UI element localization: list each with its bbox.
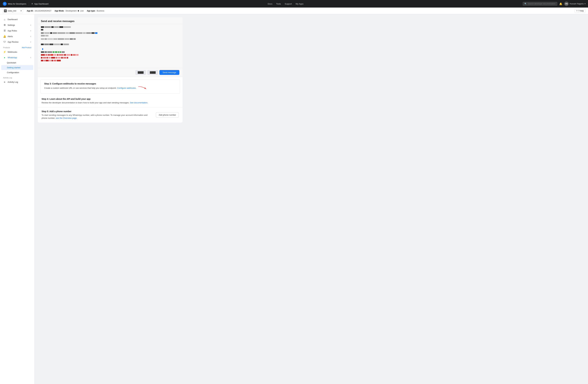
- quickstart-label: Quickstart: [7, 61, 16, 64]
- step-5-title: Step 5: Add a phone number: [42, 110, 153, 113]
- send-message-button[interactable]: Send message: [159, 70, 179, 75]
- btn-secondary-1[interactable]: ████: [135, 70, 146, 75]
- send-message-label: Send message: [163, 71, 176, 74]
- sidebar-item-settings[interactable]: ⚙ Settings ∨: [0, 22, 34, 28]
- step-3-title: Step 3: Configure webhooks to receive me…: [44, 82, 176, 85]
- step-3-desc: Create a custom webhook URL or use servi…: [44, 86, 176, 91]
- btn-secondary-2[interactable]: ████: [147, 70, 158, 75]
- hamburger-menu[interactable]: ≡ App Dashboard: [31, 2, 48, 5]
- activity-log-icon: ≡: [3, 81, 6, 83]
- app-meta: App ID: 1611524002634427 App Mode: Devel…: [27, 10, 104, 12]
- app-mode-field: App Mode: Development Live: [55, 10, 84, 12]
- app-selector[interactable]: W waba_test ▾: [2, 9, 23, 13]
- sidebar-item-whatsapp[interactable]: ● WhatsApp ∧: [0, 55, 34, 60]
- app-type-label: App type:: [87, 10, 96, 12]
- btn-secondary-2-label: ████: [150, 71, 156, 74]
- app-icon: W: [4, 9, 7, 12]
- app-selector-chevron-icon: ▾: [21, 10, 21, 12]
- sidebar-sub-getting-started[interactable]: Getting started: [1, 65, 33, 70]
- alerts-chevron-icon: ∨: [30, 35, 31, 38]
- meta-logo-icon: ∞: [2, 1, 7, 6]
- hamburger-icon: ≡: [31, 2, 33, 5]
- activity-log-section-label: Activity Log: [0, 75, 34, 79]
- nav-support[interactable]: Support: [285, 2, 292, 6]
- sidebar-whatsapp-label: WhatsApp: [8, 56, 28, 59]
- see-documentation-link[interactable]: See documentation.: [130, 101, 148, 104]
- step-3-desc-text: Create a custom webhook URL or use servi…: [44, 87, 117, 89]
- sidebar-activity-log-label: Activity Log: [8, 81, 31, 83]
- app-dashboard-label: App Dashboard: [34, 3, 48, 5]
- main-layout: ⌂ Dashboard ⚙ Settings ∨ ☰ App Roles ∨ 🔔…: [0, 14, 588, 384]
- main-content: Send and receive messages: [35, 14, 588, 384]
- app-id-value: 1611524002634427: [35, 10, 51, 12]
- content-card: Send and receive messages: [38, 17, 183, 122]
- overview-page-link[interactable]: see the Overview page.: [56, 117, 77, 119]
- configure-webhooks-link[interactable]: Configure webhooks.: [117, 87, 136, 89]
- mode-dot: [78, 10, 79, 12]
- app-mode-value: Development: [65, 10, 77, 12]
- nav-tools[interactable]: Tools: [276, 2, 281, 6]
- steps-section: Step 3: Configure webhooks to receive me…: [38, 80, 183, 122]
- arrow-annotation-icon: [138, 86, 147, 91]
- whatsapp-chevron-icon: ∧: [30, 57, 31, 59]
- step-5-desc: To start sending messages to any WhatsAp…: [42, 114, 153, 120]
- sidebar-item-webhooks[interactable]: ⚡ Webhooks: [0, 49, 34, 55]
- sub-header: W waba_test ▾ App ID: 1611524002634427 A…: [0, 8, 588, 14]
- help-button[interactable]: ? ? Help: [575, 9, 586, 13]
- avatar: HN: [564, 1, 569, 6]
- sidebar-item-app-review[interactable]: 🛡 App Review ∨: [0, 39, 34, 45]
- sidebar-item-app-roles[interactable]: ☰ App Roles ∨: [0, 28, 34, 34]
- getting-started-label: Getting started: [7, 66, 20, 69]
- sidebar-webhooks-label: Webhooks: [8, 51, 31, 53]
- logo-area: ∞ Meta for Developers: [2, 1, 26, 6]
- app-type-value: Business: [97, 10, 104, 12]
- code-section: [38, 24, 183, 68]
- add-phone-number-button[interactable]: Add phone number: [156, 112, 179, 118]
- settings-icon: ⚙: [3, 24, 6, 26]
- send-receive-title-text: Send and receive messages: [41, 20, 74, 22]
- search-box[interactable]: 🔍: [523, 2, 557, 6]
- step-4-title: Step 4: Learn about the API and build yo…: [42, 98, 179, 100]
- add-product-link[interactable]: Add Product: [22, 47, 31, 48]
- code-block-colorful: [41, 48, 179, 62]
- sidebar-sub-configuration[interactable]: Configuration: [0, 70, 34, 75]
- code-block-2: [41, 43, 179, 45]
- action-bar: ████ ████ Send message: [38, 68, 183, 77]
- nav-my-apps[interactable]: My Apps: [296, 2, 304, 6]
- alerts-icon: 🔔: [3, 35, 6, 38]
- step-4-desc: Review the developer documentation to le…: [42, 101, 179, 104]
- nav-docs[interactable]: Docs: [268, 2, 272, 6]
- app-review-icon: 🛡: [3, 40, 6, 43]
- webhooks-icon: ⚡: [3, 50, 6, 53]
- btn-secondary-1-label: ████: [138, 71, 144, 74]
- search-input[interactable]: [528, 3, 556, 5]
- activity-log-section-text: Activity Log: [3, 77, 12, 79]
- live-label: Live: [80, 10, 84, 12]
- sidebar-item-activity-log[interactable]: ≡ Activity Log: [0, 79, 34, 85]
- sub-header-right: ? ? Help: [575, 9, 586, 13]
- user-name: Hussain Nagaria: [569, 3, 584, 5]
- code-block-1: [41, 26, 179, 40]
- svg-text:∞: ∞: [4, 3, 5, 5]
- help-label: ? Help: [578, 10, 584, 12]
- sidebar-item-dashboard[interactable]: ⌂ Dashboard: [0, 17, 34, 22]
- help-icon: ?: [576, 10, 577, 12]
- step-4-block: Step 4: Learn about the API and build yo…: [38, 95, 183, 107]
- sidebar-sub-quickstart[interactable]: Quickstart: [0, 60, 34, 65]
- products-section: Products Add Product: [0, 45, 34, 49]
- configuration-label: Configuration: [7, 71, 19, 74]
- sidebar-item-alerts[interactable]: 🔔 Alerts ∨: [0, 34, 34, 39]
- notification-bell-icon[interactable]: 🔔: [559, 2, 562, 5]
- search-icon: 🔍: [525, 3, 527, 5]
- sidebar-alerts-label: Alerts: [8, 35, 28, 38]
- app-type-field: App type: Business: [87, 10, 104, 12]
- step-5-block: Step 5: Add a phone number To start send…: [38, 107, 183, 122]
- send-receive-title: Send and receive messages: [38, 17, 183, 24]
- app-roles-icon: ☰: [3, 29, 6, 32]
- sidebar: ⌂ Dashboard ⚙ Settings ∨ ☰ App Roles ∨ 🔔…: [0, 14, 35, 384]
- sidebar-settings-label: Settings: [8, 24, 28, 26]
- step-4-desc-text: Review the developer documentation to le…: [42, 101, 129, 104]
- sidebar-app-roles-label: App Roles: [8, 30, 28, 32]
- user-menu[interactable]: HN Hussain Nagaria ▾: [564, 1, 586, 6]
- top-nav-right: 🔍 🔔 HN Hussain Nagaria ▾: [523, 1, 586, 6]
